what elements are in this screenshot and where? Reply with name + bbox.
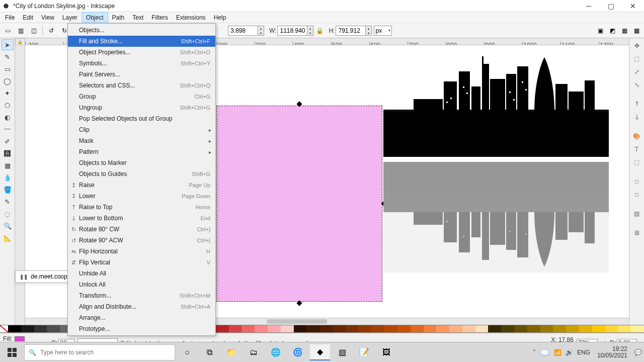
snap-button-2[interactable]: ⤢ (631, 66, 642, 77)
menu-item-objects[interactable]: Objects... (68, 25, 215, 36)
menu-item-flip-horizontal[interactable]: ⇋Flip HorizontalH (68, 246, 215, 257)
lock-aspect-icon[interactable]: 🔒 (315, 27, 324, 34)
menu-item-symbols[interactable]: Symbols...Shift+Ctrl+Y (68, 58, 215, 69)
palette-swatch[interactable] (618, 325, 631, 332)
menu-object[interactable]: Object (82, 12, 108, 23)
menu-item-prototype[interactable]: Prototype... (68, 323, 215, 334)
tool-6[interactable]: ◐ (2, 112, 14, 123)
tool-8[interactable]: ✐ (2, 136, 14, 147)
palette-swatch[interactable] (47, 325, 60, 332)
palette-swatch[interactable] (566, 325, 579, 332)
palette-swatch[interactable] (242, 325, 255, 332)
palette-swatch[interactable] (592, 325, 605, 332)
tob-move-gradients-icon[interactable]: ▦ (619, 25, 630, 36)
menu-item-object-properties[interactable]: Object Properties...Shift+Ctrl+O (68, 47, 215, 58)
taskbar-photos-icon[interactable]: 🖼 (376, 344, 396, 360)
tray-notifications-icon[interactable]: 💬 (634, 349, 642, 356)
menu-item-flip-vertical[interactable]: ⇵Flip VerticalV (68, 257, 215, 268)
tob-scale-stroke-icon[interactable]: ▣ (595, 25, 606, 36)
taskbar-app-1[interactable]: ⧉ (199, 344, 219, 360)
menu-item-pop-selected-objects-out-of-group[interactable]: Pop Selected Objects out of Group (68, 113, 215, 124)
palette-swatch[interactable] (359, 325, 372, 332)
taskbar-explorer-icon[interactable]: 📁 (221, 344, 242, 360)
palette-swatch[interactable] (8, 325, 21, 332)
tob-select-all-icon[interactable]: ▭ (2, 25, 13, 36)
snap-button-6[interactable]: ⤓ (631, 112, 642, 123)
palette-swatch[interactable] (436, 325, 449, 332)
menu-item-ungroup[interactable]: UngroupShift+Ctrl+G (68, 102, 215, 113)
snap-button-5[interactable]: ⤒ (631, 99, 642, 110)
palette-swatch[interactable] (255, 325, 268, 332)
palette-swatch[interactable] (268, 325, 281, 332)
palette-swatch[interactable] (631, 325, 644, 332)
palette-swatch[interactable] (411, 325, 424, 332)
tool-13[interactable]: ✎ (2, 196, 14, 207)
tool-14[interactable]: ◌ (2, 208, 14, 219)
palette-swatch[interactable] (371, 325, 384, 332)
menu-item-lower-to-bottom[interactable]: ⤓Lower to BottomEnd (68, 213, 215, 224)
tray-language-icon[interactable]: ENG (577, 349, 590, 356)
snap-button-3[interactable]: ⤡ (631, 79, 642, 90)
menu-help[interactable]: Help (210, 12, 230, 23)
palette-swatch[interactable] (346, 325, 359, 332)
spin-down-icon[interactable]: ▾ (258, 31, 264, 35)
menu-text[interactable]: Text (128, 12, 147, 23)
snap-button-1[interactable]: ⬚ (631, 53, 642, 64)
tob-invert-icon[interactable]: ◫ (28, 25, 39, 36)
ruler-lock-icon[interactable]: 🔒 (15, 38, 25, 45)
tool-0[interactable]: ➤ (2, 39, 14, 50)
menu-item-paint-servers[interactable]: Paint Servers... (68, 69, 215, 80)
scrollbar-thumb[interactable] (267, 319, 327, 324)
tool-9[interactable]: 🅰 (2, 148, 14, 159)
menu-item-unlock-all[interactable]: Unlock All (68, 279, 215, 290)
palette-swatch[interactable] (527, 325, 540, 332)
menu-item-objects-to-marker[interactable]: Objects to Marker (68, 157, 215, 168)
tray-chevron-icon[interactable]: ˄ (533, 349, 536, 356)
menu-item-align-and-distribute[interactable]: Align and Distribute...Shift+Ctrl+A (68, 301, 215, 312)
system-tray[interactable]: ˄ 📶 🔊 ENG 19:22 10/05/2021 💬 (533, 346, 642, 359)
menu-extensions[interactable]: Extensions (172, 12, 210, 23)
snap-button-13[interactable]: □ (631, 189, 642, 200)
palette-swatch[interactable] (397, 325, 411, 332)
palette-swatch[interactable] (34, 325, 47, 332)
tool-5[interactable]: ⬠ (2, 100, 14, 111)
menu-item-fill-and-stroke[interactable]: Fill and Stroke...Shift+Ctrl+F (68, 36, 215, 47)
tool-2[interactable]: ▭ (2, 63, 14, 74)
menu-edit[interactable]: Edit (19, 12, 37, 23)
menu-item-arrange[interactable]: Arrange... (68, 312, 215, 323)
menu-item-group[interactable]: GroupCtrl+G (68, 91, 215, 102)
palette-swatch[interactable] (514, 325, 527, 332)
palette-swatch[interactable] (229, 325, 242, 332)
palette-swatch[interactable] (424, 325, 437, 332)
snap-button-0[interactable]: ✥ (631, 40, 642, 51)
palette-swatch[interactable] (306, 325, 319, 332)
menu-item-rotate-90-cw[interactable]: ↻Rotate 90° CWCtrl+] (68, 224, 215, 235)
menu-item-raise[interactable]: ↥RaisePage Up (68, 179, 215, 191)
start-button[interactable] (2, 344, 22, 360)
menu-filters[interactable]: Filters (147, 12, 172, 23)
spin-up-icon[interactable]: ▴ (307, 26, 313, 31)
maximize-button[interactable]: ▢ (602, 1, 620, 11)
minimize-button[interactable]: ─ (580, 1, 598, 11)
palette-swatch[interactable] (21, 325, 34, 332)
taskbar-edge-icon[interactable]: 🌀 (288, 344, 308, 360)
palette-swatch[interactable] (579, 325, 592, 332)
snap-button-17[interactable]: ⊞ (631, 227, 642, 238)
palette-swatch[interactable] (216, 325, 229, 332)
menu-item-objects-to-guides[interactable]: Objects to GuidesShift+G (68, 168, 215, 179)
menu-item-mask[interactable]: Mask▸ (68, 135, 215, 146)
menu-item-transform[interactable]: Transform...Shift+Ctrl+M (68, 290, 215, 301)
menu-item-raise-to-top[interactable]: ⤒Raise to TopHome (68, 202, 215, 213)
menu-layer[interactable]: Layer (58, 12, 82, 23)
tool-12[interactable]: 🪣 (2, 184, 14, 195)
snap-button-12[interactable]: □ (631, 176, 642, 187)
fill-swatch[interactable] (15, 336, 25, 341)
palette-swatch[interactable] (319, 325, 333, 332)
unit-dropdown[interactable]: px (374, 26, 392, 36)
palette-swatch[interactable] (384, 325, 397, 332)
palette-swatch[interactable] (501, 325, 514, 332)
menu-item-unhide-all[interactable]: Unhide All (68, 268, 215, 279)
spin-up-icon[interactable]: ▴ (365, 26, 371, 31)
menu-item-lower[interactable]: ↧LowerPage Down (68, 191, 215, 202)
taskview-icon[interactable]: ○ (177, 344, 197, 360)
